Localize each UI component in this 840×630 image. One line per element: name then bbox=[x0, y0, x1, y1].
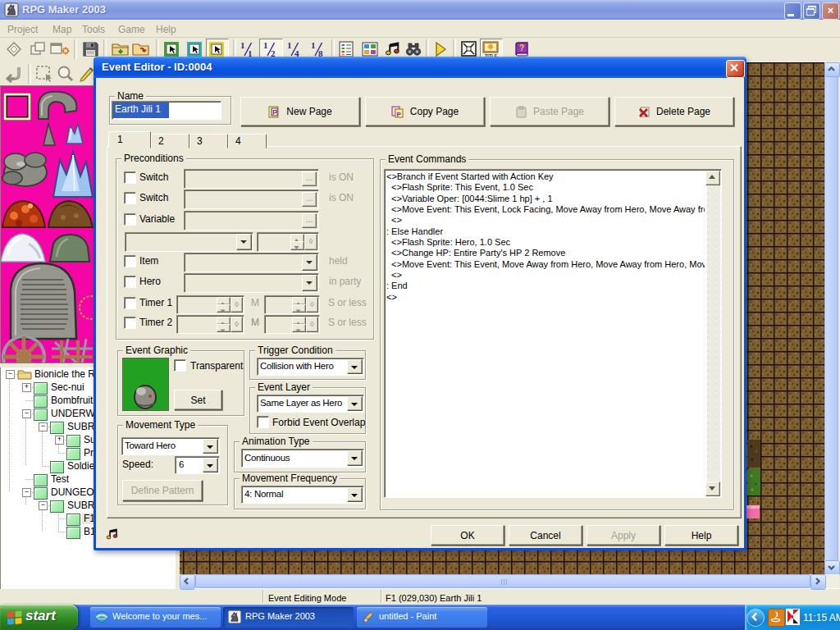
svg-text:?: ? bbox=[519, 43, 524, 52]
svg-text:P: P bbox=[396, 110, 401, 117]
svg-text:1: 1 bbox=[311, 40, 316, 50]
svg-text:1: 1 bbox=[240, 40, 245, 50]
svg-text:1: 1 bbox=[287, 40, 292, 50]
svg-text:P: P bbox=[272, 108, 277, 116]
svg-text:1: 1 bbox=[263, 40, 268, 50]
